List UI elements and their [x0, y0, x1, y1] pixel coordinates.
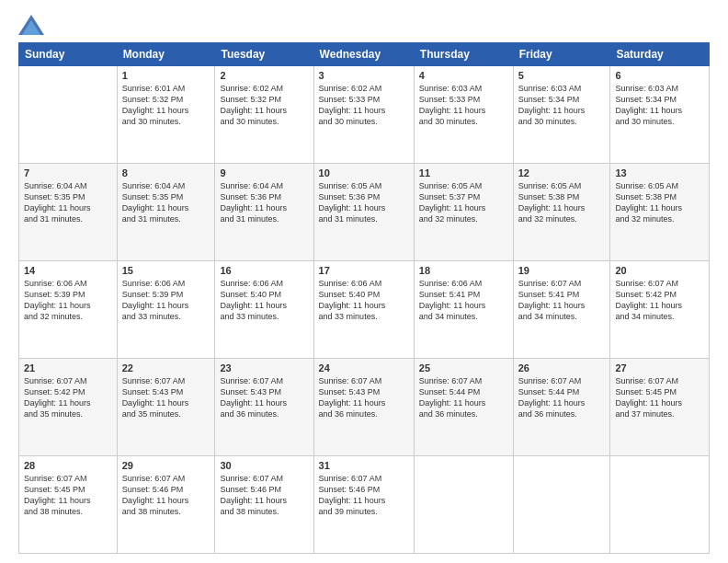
- day-detail: Sunrise: 6:04 AM Sunset: 5:36 PM Dayligh…: [220, 180, 308, 225]
- calendar-cell: 5Sunrise: 6:03 AM Sunset: 5:34 PM Daylig…: [513, 66, 610, 164]
- calendar-cell: 1Sunrise: 6:01 AM Sunset: 5:32 PM Daylig…: [117, 66, 215, 164]
- calendar-cell: 8Sunrise: 6:04 AM Sunset: 5:35 PM Daylig…: [117, 164, 215, 261]
- day-detail: Sunrise: 6:02 AM Sunset: 5:32 PM Dayligh…: [220, 83, 308, 128]
- day-number: 20: [615, 265, 704, 276]
- day-number: 26: [518, 362, 606, 373]
- header-cell-friday: Friday: [513, 43, 610, 66]
- week-row-3: 21Sunrise: 6:07 AM Sunset: 5:42 PM Dayli…: [19, 359, 710, 456]
- calendar-cell: 4Sunrise: 6:03 AM Sunset: 5:33 PM Daylig…: [414, 66, 513, 164]
- calendar-cell: 9Sunrise: 6:04 AM Sunset: 5:36 PM Daylig…: [215, 164, 313, 261]
- calendar-cell: [19, 66, 118, 164]
- day-number: 3: [319, 70, 409, 81]
- week-row-0: 1Sunrise: 6:01 AM Sunset: 5:32 PM Daylig…: [19, 66, 710, 164]
- calendar-cell: 21Sunrise: 6:07 AM Sunset: 5:42 PM Dayli…: [19, 359, 118, 456]
- day-detail: Sunrise: 6:07 AM Sunset: 5:43 PM Dayligh…: [319, 375, 409, 420]
- day-number: 13: [615, 167, 704, 178]
- day-number: 12: [518, 167, 606, 178]
- day-detail: Sunrise: 6:07 AM Sunset: 5:42 PM Dayligh…: [24, 375, 112, 420]
- logo-icon: [18, 15, 44, 35]
- day-detail: Sunrise: 6:06 AM Sunset: 5:39 PM Dayligh…: [122, 278, 210, 323]
- day-number: 30: [220, 460, 308, 471]
- calendar-cell: 30Sunrise: 6:07 AM Sunset: 5:46 PM Dayli…: [215, 456, 313, 554]
- calendar-cell: 3Sunrise: 6:02 AM Sunset: 5:33 PM Daylig…: [313, 66, 414, 164]
- header-row: SundayMondayTuesdayWednesdayThursdayFrid…: [19, 43, 710, 66]
- day-number: 11: [419, 167, 508, 178]
- calendar-body: 1Sunrise: 6:01 AM Sunset: 5:32 PM Daylig…: [19, 66, 710, 554]
- calendar-cell: 17Sunrise: 6:06 AM Sunset: 5:40 PM Dayli…: [313, 261, 414, 359]
- day-detail: Sunrise: 6:06 AM Sunset: 5:41 PM Dayligh…: [419, 278, 508, 323]
- header-cell-monday: Monday: [117, 43, 215, 66]
- day-number: 2: [220, 70, 308, 81]
- day-detail: Sunrise: 6:01 AM Sunset: 5:32 PM Dayligh…: [122, 83, 210, 128]
- day-detail: Sunrise: 6:07 AM Sunset: 5:42 PM Dayligh…: [615, 278, 704, 323]
- header-cell-saturday: Saturday: [610, 43, 710, 66]
- header-cell-wednesday: Wednesday: [313, 43, 414, 66]
- day-detail: Sunrise: 6:07 AM Sunset: 5:44 PM Dayligh…: [419, 375, 508, 420]
- calendar-cell: 2Sunrise: 6:02 AM Sunset: 5:32 PM Daylig…: [215, 66, 313, 164]
- calendar-cell: 14Sunrise: 6:06 AM Sunset: 5:39 PM Dayli…: [19, 261, 118, 359]
- day-number: 9: [220, 167, 308, 178]
- day-detail: Sunrise: 6:03 AM Sunset: 5:34 PM Dayligh…: [518, 83, 606, 128]
- day-number: 25: [419, 362, 508, 373]
- day-number: 10: [319, 167, 409, 178]
- week-row-2: 14Sunrise: 6:06 AM Sunset: 5:39 PM Dayli…: [19, 261, 710, 359]
- calendar-cell: 16Sunrise: 6:06 AM Sunset: 5:40 PM Dayli…: [215, 261, 313, 359]
- header-cell-tuesday: Tuesday: [215, 43, 313, 66]
- day-number: 23: [220, 362, 308, 373]
- day-detail: Sunrise: 6:07 AM Sunset: 5:45 PM Dayligh…: [615, 375, 704, 420]
- day-detail: Sunrise: 6:07 AM Sunset: 5:43 PM Dayligh…: [122, 375, 210, 420]
- day-detail: Sunrise: 6:07 AM Sunset: 5:41 PM Dayligh…: [518, 278, 606, 323]
- day-number: 5: [518, 70, 606, 81]
- day-number: 27: [615, 362, 704, 373]
- day-detail: Sunrise: 6:03 AM Sunset: 5:34 PM Dayligh…: [615, 83, 704, 128]
- day-detail: Sunrise: 6:07 AM Sunset: 5:43 PM Dayligh…: [220, 375, 308, 420]
- calendar-cell: 12Sunrise: 6:05 AM Sunset: 5:38 PM Dayli…: [513, 164, 610, 261]
- calendar-cell: 28Sunrise: 6:07 AM Sunset: 5:45 PM Dayli…: [19, 456, 118, 554]
- day-detail: Sunrise: 6:05 AM Sunset: 5:36 PM Dayligh…: [319, 180, 409, 225]
- day-detail: Sunrise: 6:07 AM Sunset: 5:44 PM Dayligh…: [518, 375, 606, 420]
- day-detail: Sunrise: 6:05 AM Sunset: 5:38 PM Dayligh…: [518, 180, 606, 225]
- calendar-table: SundayMondayTuesdayWednesdayThursdayFrid…: [18, 42, 710, 554]
- day-detail: Sunrise: 6:07 AM Sunset: 5:46 PM Dayligh…: [220, 473, 308, 518]
- calendar-cell: 22Sunrise: 6:07 AM Sunset: 5:43 PM Dayli…: [117, 359, 215, 456]
- day-number: 24: [319, 362, 409, 373]
- day-detail: Sunrise: 6:04 AM Sunset: 5:35 PM Dayligh…: [122, 180, 210, 225]
- calendar-cell: 26Sunrise: 6:07 AM Sunset: 5:44 PM Dayli…: [513, 359, 610, 456]
- calendar-cell: 6Sunrise: 6:03 AM Sunset: 5:34 PM Daylig…: [610, 66, 710, 164]
- header-cell-sunday: Sunday: [19, 43, 118, 66]
- day-detail: Sunrise: 6:07 AM Sunset: 5:46 PM Dayligh…: [319, 473, 409, 518]
- calendar-cell: 15Sunrise: 6:06 AM Sunset: 5:39 PM Dayli…: [117, 261, 215, 359]
- day-number: 18: [419, 265, 508, 276]
- day-detail: Sunrise: 6:05 AM Sunset: 5:38 PM Dayligh…: [615, 180, 704, 225]
- day-detail: Sunrise: 6:04 AM Sunset: 5:35 PM Dayligh…: [24, 180, 112, 225]
- calendar-cell: 19Sunrise: 6:07 AM Sunset: 5:41 PM Dayli…: [513, 261, 610, 359]
- day-number: 14: [24, 265, 112, 276]
- week-row-1: 7Sunrise: 6:04 AM Sunset: 5:35 PM Daylig…: [19, 164, 710, 261]
- calendar-cell: 24Sunrise: 6:07 AM Sunset: 5:43 PM Dayli…: [313, 359, 414, 456]
- day-number: 15: [122, 265, 210, 276]
- day-detail: Sunrise: 6:07 AM Sunset: 5:46 PM Dayligh…: [122, 473, 210, 518]
- day-detail: Sunrise: 6:07 AM Sunset: 5:45 PM Dayligh…: [24, 473, 112, 518]
- calendar-cell: 23Sunrise: 6:07 AM Sunset: 5:43 PM Dayli…: [215, 359, 313, 456]
- calendar-cell: [414, 456, 513, 554]
- day-detail: Sunrise: 6:02 AM Sunset: 5:33 PM Dayligh…: [319, 83, 409, 128]
- day-number: 29: [122, 460, 210, 471]
- day-number: 28: [24, 460, 112, 471]
- day-number: 31: [319, 460, 409, 471]
- header: [18, 15, 710, 35]
- calendar-cell: 11Sunrise: 6:05 AM Sunset: 5:37 PM Dayli…: [414, 164, 513, 261]
- calendar-cell: 13Sunrise: 6:05 AM Sunset: 5:38 PM Dayli…: [610, 164, 710, 261]
- page: SundayMondayTuesdayWednesdayThursdayFrid…: [0, 0, 728, 563]
- calendar-cell: 20Sunrise: 6:07 AM Sunset: 5:42 PM Dayli…: [610, 261, 710, 359]
- calendar-cell: 10Sunrise: 6:05 AM Sunset: 5:36 PM Dayli…: [313, 164, 414, 261]
- day-number: 4: [419, 70, 508, 81]
- calendar-cell: 18Sunrise: 6:06 AM Sunset: 5:41 PM Dayli…: [414, 261, 513, 359]
- calendar-cell: 7Sunrise: 6:04 AM Sunset: 5:35 PM Daylig…: [19, 164, 118, 261]
- day-detail: Sunrise: 6:06 AM Sunset: 5:40 PM Dayligh…: [220, 278, 308, 323]
- day-number: 1: [122, 70, 210, 81]
- calendar-cell: 29Sunrise: 6:07 AM Sunset: 5:46 PM Dayli…: [117, 456, 215, 554]
- calendar-cell: [610, 456, 710, 554]
- logo: [18, 15, 48, 35]
- header-cell-thursday: Thursday: [414, 43, 513, 66]
- calendar-header: SundayMondayTuesdayWednesdayThursdayFrid…: [19, 43, 710, 66]
